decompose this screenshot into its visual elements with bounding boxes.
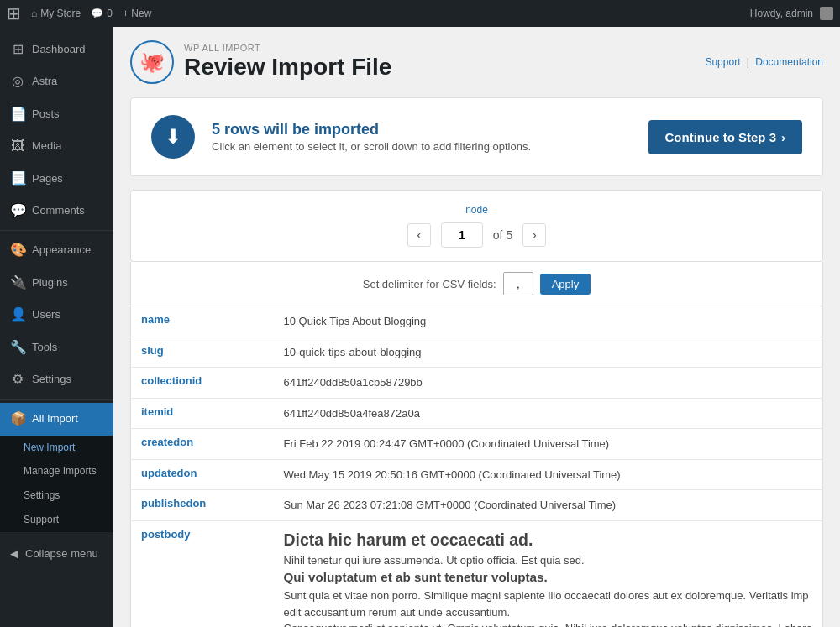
field-name[interactable]: postbody [131, 520, 274, 627]
support-label: Support [24, 513, 59, 527]
admin-bar: ⊞ ⌂ My Store 💬 0 + New Howdy, admin [0, 0, 840, 27]
table-row: updatedon Wed May 15 2019 20:50:16 GMT+0… [131, 459, 823, 490]
field-name[interactable]: createdon [131, 429, 274, 460]
info-banner: ⬇ 5 rows will be imported Click an eleme… [130, 97, 823, 176]
delimiter-row: Set delimiter for CSV fields: Apply [130, 262, 823, 306]
sidebar-item-label: Settings [32, 372, 71, 387]
howdy-text: Howdy, admin [750, 8, 813, 19]
posts-icon: 📄 [10, 105, 25, 123]
sidebar-item-settings[interactable]: ⚙ Settings [0, 363, 113, 395]
table-body: name 10 Quick Tips About Blogging slug 1… [131, 306, 823, 627]
appearance-icon: 🎨 [10, 241, 25, 259]
plugin-header: 🐙 WP ALL IMPORT Review Import File Suppo… [130, 40, 823, 84]
continue-step3-button[interactable]: Continue to Step 3 › [648, 120, 803, 154]
sidebar-item-label: All Import [32, 411, 78, 426]
plugin-title-area: 🐙 WP ALL IMPORT Review Import File [130, 40, 391, 84]
sidebar-item-label: Posts [32, 107, 60, 122]
astra-icon: ◎ [10, 72, 25, 91]
field-value: 10 Quick Tips About Blogging [274, 306, 823, 337]
sidebar-item-manage-imports[interactable]: Manage Imports [0, 459, 113, 483]
settings-icon: ⚙ [10, 370, 25, 389]
import-headline: 5 rows will be imported [212, 121, 632, 138]
support-link[interactable]: Support [705, 56, 740, 68]
sidebar-item-comments[interactable]: 💬 Comments [0, 195, 113, 227]
admin-avatar[interactable] [820, 7, 833, 20]
prev-arrow-icon: ‹ [417, 227, 421, 243]
field-name[interactable]: collectionid [131, 368, 274, 399]
sidebar-item-label: Tools [32, 340, 57, 355]
node-input[interactable] [441, 222, 483, 248]
import-subtext: Click an element to select it, or scroll… [212, 140, 632, 153]
dashboard-icon: ⊞ [10, 40, 25, 59]
apply-delimiter-button[interactable]: Apply [540, 274, 591, 295]
pages-icon: 📃 [10, 170, 25, 188]
field-value: 641ff240dd850a4fea872a0a [274, 398, 823, 429]
comments-link[interactable]: 💬 0 [91, 8, 113, 19]
site-name[interactable]: ⌂ My Store [31, 8, 81, 19]
sidebar-item-media[interactable]: 🖼 Media [0, 130, 113, 162]
field-name[interactable]: name [131, 306, 274, 337]
menu-separator-3 [0, 536, 113, 536]
sidebar-item-new-import[interactable]: New Import [0, 436, 113, 460]
sidebar-item-plugins[interactable]: 🔌 Plugins [0, 267, 113, 299]
wp-logo-icon[interactable]: ⊞ [7, 3, 21, 24]
sidebar-item-users[interactable]: 👤 Users [0, 299, 113, 331]
download-icon: ⬇ [165, 125, 181, 149]
sidebar-item-label: Appearance [32, 243, 91, 258]
table-row: itemid 641ff240dd850a4fea872a0a [131, 398, 823, 429]
field-value: 10-quick-tips-about-blogging [274, 337, 823, 368]
sidebar-item-astra[interactable]: ◎ Astra [0, 65, 113, 97]
node-controls: ‹ of 5 › [144, 222, 809, 248]
main-content: 🐙 WP ALL IMPORT Review Import File Suppo… [113, 27, 840, 627]
menu-separator-2 [0, 399, 113, 400]
media-icon: 🖼 [10, 137, 25, 155]
plugin-title-text: WP ALL IMPORT Review Import File [184, 43, 391, 81]
sidebar-item-dashboard[interactable]: ⊞ Dashboard [0, 34, 113, 65]
node-of-text: of 5 [493, 228, 512, 242]
all-import-submenu: New Import Manage Imports Settings Suppo… [0, 436, 113, 532]
next-node-button[interactable]: › [522, 223, 546, 247]
sidebar-item-tools[interactable]: 🔧 Tools [0, 332, 113, 363]
delimiter-input[interactable] [503, 272, 533, 295]
tools-icon: 🔧 [10, 338, 25, 357]
prev-node-button[interactable]: ‹ [407, 223, 431, 247]
all-import-icon: 📦 [10, 410, 25, 428]
plugin-links: Support | Documentation [705, 56, 823, 68]
collapse-menu-label: Collapse menu [25, 546, 98, 562]
sidebar-item-posts[interactable]: 📄 Posts [0, 98, 113, 130]
sidebar-item-label: Dashboard [32, 42, 86, 57]
sidebar-item-import-settings[interactable]: Settings [0, 483, 113, 508]
plugin-name: Review Import File [184, 53, 391, 81]
collapse-icon: ◀ [10, 546, 18, 562]
node-navigator: node ‹ of 5 › [130, 190, 823, 262]
sidebar-item-all-import[interactable]: 📦 All Import [0, 403, 113, 435]
comments-icon: 💬 [91, 8, 103, 19]
table-row: collectionid 641ff240dd850a1cb58729bb [131, 368, 823, 399]
field-name[interactable]: publishedon [131, 490, 274, 521]
field-name[interactable]: slug [131, 337, 274, 368]
documentation-link[interactable]: Documentation [755, 56, 823, 68]
info-text: 5 rows will be imported Click an element… [212, 121, 632, 153]
table-row: name 10 Quick Tips About Blogging [131, 306, 823, 337]
sidebar-item-support[interactable]: Support [0, 508, 113, 532]
sidebar-item-appearance[interactable]: 🎨 Appearance [0, 234, 113, 266]
new-import-label: New Import [24, 441, 75, 455]
plugins-icon: 🔌 [10, 274, 25, 292]
field-value: 641ff240dd850a1cb58729bb [274, 368, 823, 399]
collapse-menu-button[interactable]: ◀ Collapse menu [0, 540, 113, 568]
field-value: Sun Mar 26 2023 07:21:08 GMT+0000 (Coord… [274, 490, 823, 521]
users-icon: 👤 [10, 306, 25, 324]
table-row: slug 10-quick-tips-about-blogging [131, 337, 823, 368]
import-settings-label: Settings [24, 489, 60, 503]
field-value: Dicta hic harum et occaecati ad.Nihil te… [274, 520, 823, 627]
new-content-link[interactable]: + New [123, 8, 151, 19]
sidebar-item-label: Users [32, 307, 60, 322]
sidebar-item-pages[interactable]: 📃 Pages [0, 163, 113, 195]
field-name[interactable]: updatedon [131, 459, 274, 490]
octopus-icon: 🐙 [139, 50, 165, 74]
manage-imports-label: Manage Imports [24, 464, 97, 478]
sidebar-item-label: Media [32, 138, 61, 154]
link-separator: | [747, 56, 749, 68]
node-label: node [144, 204, 809, 216]
field-name[interactable]: itemid [131, 398, 274, 429]
